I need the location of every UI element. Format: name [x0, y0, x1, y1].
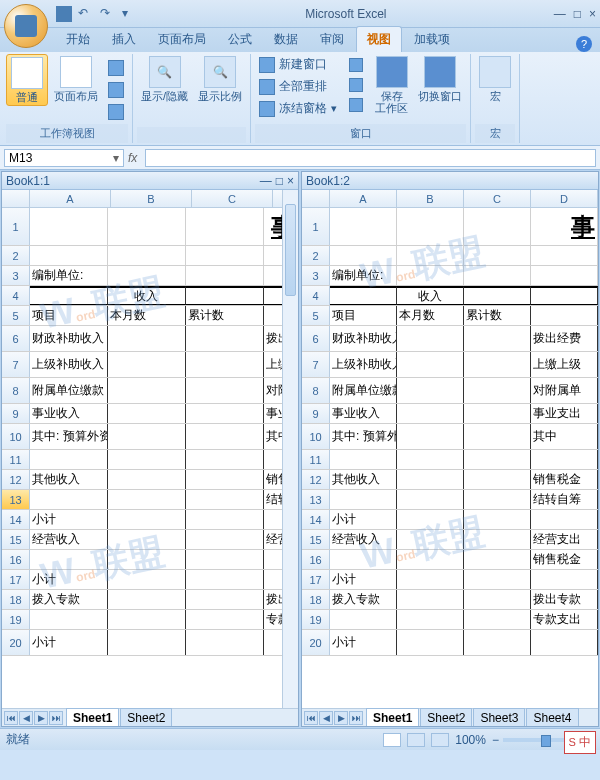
cell[interactable]: 销售税金 [531, 470, 598, 489]
normal-view-button[interactable]: 普通 [6, 54, 48, 106]
cell[interactable] [464, 450, 531, 469]
cell[interactable] [330, 246, 397, 265]
cell[interactable] [186, 424, 264, 449]
cell[interactable] [464, 246, 531, 265]
cell[interactable] [397, 510, 464, 529]
row-header[interactable]: 19 [302, 610, 330, 629]
cell[interactable] [397, 208, 464, 245]
cell[interactable] [397, 530, 464, 549]
cell[interactable] [108, 630, 186, 655]
cell[interactable]: 拨出专款 [531, 590, 598, 609]
ime-badge[interactable]: S 中 [564, 731, 596, 754]
cell[interactable] [531, 630, 598, 655]
grid[interactable]: 1事23编制单位:4收入5项目本月数累计数6财政补助收入拨出经7上级补助收入上缴… [2, 208, 298, 708]
cell[interactable] [108, 404, 186, 423]
cell[interactable] [397, 326, 464, 351]
qat-more-icon[interactable]: ▾ [122, 6, 138, 22]
row-header[interactable]: 13 [2, 490, 30, 509]
pane-max-icon[interactable]: □ [276, 174, 283, 188]
cell[interactable] [108, 208, 186, 245]
cell[interactable]: 编制单位: [30, 266, 108, 285]
cell[interactable] [186, 590, 264, 609]
cell[interactable] [108, 450, 186, 469]
cell[interactable]: 其中 [531, 424, 598, 449]
cell[interactable] [186, 352, 264, 377]
grid[interactable]: 1事23编制单位:4收入5项目本月数累计数6财政补助收入拨出经费7上级补助收入上… [302, 208, 598, 708]
cell[interactable]: 专款支出 [531, 610, 598, 629]
cell[interactable]: 项目 [330, 306, 397, 325]
cell[interactable]: 上缴上级 [531, 352, 598, 377]
cell[interactable] [108, 490, 186, 509]
cell[interactable] [30, 450, 108, 469]
tab-review[interactable]: 审阅 [310, 27, 354, 52]
row-header[interactable]: 6 [302, 326, 330, 351]
last-sheet-icon[interactable]: ⏭ [49, 711, 63, 725]
sheet-tab[interactable]: Sheet1 [366, 708, 419, 727]
cell[interactable] [108, 246, 186, 265]
row-header[interactable]: 18 [2, 590, 30, 609]
cell[interactable]: 项目 [30, 306, 108, 325]
cell[interactable] [30, 550, 108, 569]
col-a[interactable]: A [330, 190, 397, 207]
row-header[interactable]: 9 [302, 404, 330, 423]
cell[interactable] [330, 208, 397, 245]
cell[interactable] [186, 326, 264, 351]
cell[interactable] [397, 610, 464, 629]
close-button[interactable]: × [589, 7, 596, 21]
row-header[interactable]: 16 [2, 550, 30, 569]
row-header[interactable]: 7 [302, 352, 330, 377]
tab-addins[interactable]: 加载项 [404, 27, 460, 52]
help-icon[interactable]: ? [576, 36, 592, 52]
cell[interactable] [464, 570, 531, 589]
row-header[interactable]: 4 [2, 286, 30, 305]
cell[interactable] [464, 630, 531, 655]
cell[interactable]: 小计 [30, 630, 108, 655]
cell[interactable] [397, 570, 464, 589]
row-header[interactable]: 18 [302, 590, 330, 609]
cell[interactable]: 财政补助收入 [30, 326, 108, 351]
redo-icon[interactable]: ↷ [100, 6, 116, 22]
cell[interactable]: 事业收入 [330, 404, 397, 423]
row-header[interactable]: 5 [302, 306, 330, 325]
cell[interactable]: 经营收入 [30, 530, 108, 549]
arrange-all-button[interactable]: 全部重排 [255, 76, 341, 97]
col-c[interactable]: C [192, 190, 273, 207]
row-header[interactable]: 19 [2, 610, 30, 629]
cell[interactable] [531, 266, 598, 285]
row-header[interactable]: 15 [302, 530, 330, 549]
cell[interactable]: 上级补助收入 [330, 352, 397, 377]
cell[interactable] [186, 550, 264, 569]
cell[interactable] [30, 610, 108, 629]
cell[interactable] [186, 610, 264, 629]
row-header[interactable]: 13 [302, 490, 330, 509]
sheet-tab[interactable]: Sheet1 [66, 708, 119, 727]
pagelayout-view-button[interactable]: 页面布局 [50, 54, 102, 104]
cell[interactable] [464, 550, 531, 569]
cell[interactable]: 事业支出 [531, 404, 598, 423]
row-header[interactable]: 11 [302, 450, 330, 469]
cell[interactable] [397, 590, 464, 609]
win-opt-1[interactable] [345, 56, 367, 74]
col-b[interactable]: B [111, 190, 192, 207]
cell[interactable] [464, 490, 531, 509]
cell[interactable] [397, 424, 464, 449]
cell[interactable]: 小计 [330, 570, 397, 589]
sheet-tab[interactable]: Sheet4 [526, 708, 578, 727]
cell[interactable] [397, 450, 464, 469]
row-header[interactable]: 11 [2, 450, 30, 469]
cell[interactable] [464, 208, 531, 245]
cell[interactable] [464, 326, 531, 351]
cell[interactable] [397, 550, 464, 569]
cell[interactable] [186, 450, 264, 469]
win-opt-2[interactable] [345, 76, 367, 94]
view-small-3[interactable] [104, 102, 128, 122]
next-sheet-icon[interactable]: ▶ [34, 711, 48, 725]
save-workspace-button[interactable]: 保存 工作区 [371, 54, 412, 116]
cell[interactable] [186, 530, 264, 549]
cell[interactable] [531, 570, 598, 589]
office-button[interactable] [4, 4, 48, 48]
sheet-tab[interactable]: Sheet2 [420, 708, 472, 727]
cell[interactable] [330, 286, 397, 305]
row-header[interactable]: 3 [2, 266, 30, 285]
row-header[interactable]: 12 [302, 470, 330, 489]
